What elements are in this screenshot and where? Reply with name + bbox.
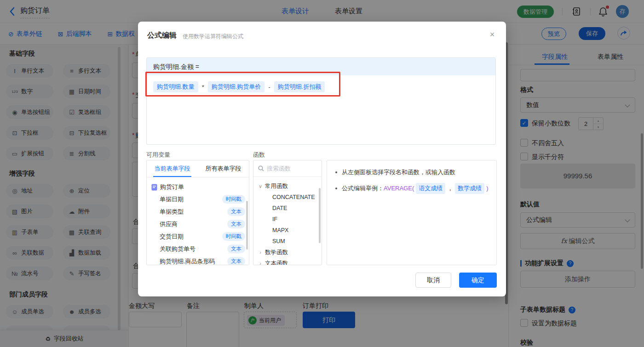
variable-name: 单据日期 — [160, 195, 184, 204]
variable-name: 关联购货单号 — [160, 245, 196, 253]
variable-type-badge: 时间戳 — [222, 195, 246, 204]
help-arg-chip: 数学成绩 — [455, 183, 484, 194]
variable-item[interactable]: 交货日期 时间戳 — [151, 230, 245, 243]
tab-all-form-fields[interactable]: 所有表单字段 — [198, 160, 249, 177]
function-name: 常用函数 — [265, 182, 288, 190]
variable-name: 单据类型 — [160, 208, 184, 216]
function-name: SUM — [272, 238, 285, 245]
search-icon — [258, 165, 264, 171]
formula-editor-box: 购货明细.金额 = 购货明细.数量 * 购货明细.购货单价 - 购货明细.折扣额 — [146, 57, 496, 145]
variable-type-badge: 文本 — [227, 220, 245, 228]
function-tree-item[interactable]: › 文本函数 — [258, 258, 322, 265]
functions-scrollbar[interactable] — [319, 188, 321, 243]
function-name: 文本函数 — [265, 260, 288, 266]
tree-arrow-icon: ∨ — [258, 183, 263, 189]
tree-arrow-icon: › — [258, 250, 263, 255]
tree-arrow-icon: › — [258, 261, 263, 265]
variable-item[interactable]: 单据日期 时间戳 — [151, 193, 245, 205]
modal-title: 公式编辑 — [147, 31, 177, 40]
help-line-1: 从左侧面板选择字段名和函数，或输入函数 — [342, 168, 455, 177]
confirm-button[interactable]: 确定 — [459, 273, 497, 288]
variable-item[interactable]: 关联购货单号 文本 — [151, 243, 245, 255]
variable-item[interactable]: 供应商 文本 — [151, 218, 245, 230]
function-tree-item[interactable]: CONCATENATE — [258, 192, 322, 203]
variable-type-badge: 文本 — [227, 207, 245, 216]
variables-scrollbar[interactable] — [246, 201, 248, 250]
function-tree-item[interactable]: › 数学函数 — [258, 247, 322, 258]
function-search-input[interactable] — [267, 165, 313, 172]
function-name: DATE — [272, 205, 287, 211]
annotation-highlight-box — [145, 72, 340, 97]
function-name: CONCATENATE — [272, 194, 315, 200]
help-function-name: AVERAGE( — [384, 184, 414, 193]
variable-type-badge: 文本 — [227, 245, 245, 253]
function-tree-item[interactable]: IF — [258, 214, 322, 225]
variable-name: 交货日期 — [160, 233, 184, 241]
help-comma: ， — [447, 184, 453, 193]
bullet — [335, 171, 337, 173]
variable-type-badge: 时间戳 — [222, 232, 246, 241]
variable-root-label: 购货订单 — [160, 183, 184, 191]
variables-panel: 当前表单字段 所有表单字段 购货订单 单据日期 时间戳 — [146, 160, 249, 265]
functions-label: 函数 — [253, 151, 265, 159]
function-search[interactable] — [253, 160, 322, 177]
variable-name: 供应商 — [160, 220, 178, 228]
modal-subtitle: 使用数学运算符编辑公式 — [183, 33, 243, 40]
formula-help-panel: 从左侧面板选择字段名和函数，或输入函数 公式编辑举例： AVERAGE( 语文成… — [327, 160, 497, 265]
variable-name: 购货明细.商品条形码 — [160, 257, 215, 266]
function-tree-item[interactable]: DATE — [258, 203, 322, 214]
cancel-button[interactable]: 取消 — [415, 273, 451, 288]
function-tree-item[interactable]: MAPX — [258, 225, 322, 236]
help-arg-chip: 语文成绩 — [416, 183, 445, 194]
close-icon[interactable]: × — [486, 28, 499, 41]
variable-item[interactable]: 购货明细.商品条形码 文本 — [151, 255, 245, 265]
function-tree-item[interactable]: SUM — [258, 236, 322, 247]
variable-tree-root[interactable]: 购货订单 — [151, 181, 245, 193]
functions-panel: ∨ 常用函数 CONCATENATE DATE IF — [253, 160, 322, 265]
variables-label: 可用变量 — [146, 151, 170, 159]
variable-item[interactable]: 单据类型 文本 — [151, 205, 245, 218]
bullet — [335, 188, 337, 189]
function-name: 数学函数 — [265, 249, 288, 256]
formula-editor-modal: 公式编辑 使用数学运算符编辑公式 × 购货明细.金额 = 购货明细.数量 * 购… — [138, 22, 506, 296]
function-name: MAPX — [272, 227, 288, 233]
help-function-close: ) — [486, 184, 488, 193]
form-doc-icon — [151, 184, 157, 191]
function-tree-item[interactable]: ∨ 常用函数 — [258, 181, 322, 192]
help-line-2-prefix: 公式编辑举例： — [342, 184, 384, 193]
tab-current-form-fields[interactable]: 当前表单字段 — [147, 160, 198, 177]
variable-type-badge: 文本 — [227, 257, 245, 265]
function-name: IF — [272, 216, 277, 222]
